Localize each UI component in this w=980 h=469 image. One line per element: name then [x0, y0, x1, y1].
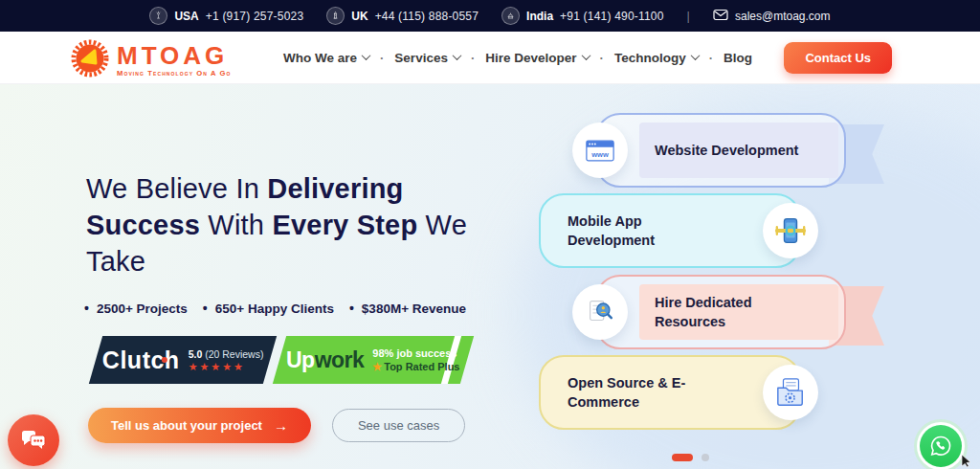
stat-label: 650+ Happy Clients	[215, 302, 334, 316]
phone-number: +1 (917) 257-5023	[206, 10, 303, 23]
nav-item-technology[interactable]: Technology	[614, 51, 699, 65]
stat-label: $380M+ Revenue	[362, 302, 466, 316]
chat-bubbles-icon	[20, 428, 47, 453]
nav-item-label: Who We are	[283, 51, 357, 65]
phone-number: +44 (115) 888-0557	[375, 10, 479, 23]
country-label: UK	[351, 10, 368, 23]
phone-uk[interactable]: UK +44 (115) 888-0557	[326, 7, 479, 25]
stat-happy-clients: • 650+ Happy Clients	[203, 301, 334, 316]
heading-bold: Every Step	[272, 210, 417, 240]
service-card-website-development[interactable]: www Website Development	[595, 113, 846, 188]
sunburst-logo-icon	[69, 37, 111, 83]
topbar-divider: |	[687, 9, 690, 23]
service-card-hire-dedicated-resources[interactable]: Hire Dedicated Resources	[595, 275, 846, 349]
clutch-stars: ★★★★★	[188, 360, 263, 372]
nav-separator: ·	[709, 51, 713, 65]
nav-separator: ·	[380, 51, 384, 65]
clutch-rating: 5.0 (20 Reviews)	[188, 347, 263, 360]
service-label: Hire Dedicated Resources	[655, 293, 813, 331]
nav-separator: ·	[600, 51, 604, 65]
bullet: •	[203, 301, 208, 316]
chevron-down-icon	[362, 51, 371, 60]
card-label-panel: Website Development	[639, 123, 838, 178]
service-label: Website Development	[655, 141, 813, 160]
bullet: •	[349, 301, 354, 316]
uk-icon	[326, 7, 345, 25]
tell-us-about-project-button[interactable]: Tell us about your project →	[88, 408, 311, 443]
carousel-dot-inactive[interactable]	[702, 454, 709, 461]
whatsapp-button[interactable]	[914, 419, 968, 469]
chevron-down-icon	[690, 51, 700, 60]
nav-item-blog[interactable]: Blog	[724, 51, 752, 65]
folder-gear-icon	[763, 365, 818, 420]
heading-normal: We Believe In	[86, 173, 267, 204]
upwork-top-rated: ★Top Rated Plus	[373, 360, 460, 373]
stats-row: • 2500+ Projects • 650+ Happy Clients • …	[84, 301, 466, 316]
chevron-down-icon	[452, 51, 461, 60]
hero-section: We Believe In Delivering Success With Ev…	[0, 84, 980, 469]
india-icon	[501, 7, 520, 25]
svg-text:www: www	[590, 149, 609, 158]
whatsapp-icon	[920, 425, 962, 467]
service-label: Mobile App Development	[568, 212, 725, 250]
email-text: sales@mtoag.com	[735, 10, 831, 23]
phone-number: +91 (141) 490-1100	[560, 10, 663, 23]
arrow-right-icon: →	[274, 417, 288, 434]
badges-row: Clutch 5.0 (20 Reviews) ★★★★★ Upwork 98%…	[96, 336, 467, 384]
card-label-panel: Hire Dedicated Resources	[639, 284, 838, 340]
country-label: USA	[174, 10, 198, 23]
search-document-icon	[572, 284, 628, 340]
stat-projects: • 2500+ Projects	[84, 301, 188, 316]
nav-item-label: Services	[394, 51, 448, 65]
heading-normal: With	[200, 210, 272, 240]
nav-item-hire-developer[interactable]: Hire Developer	[485, 51, 589, 65]
chevron-down-icon	[581, 51, 590, 60]
star-icon: ★	[373, 361, 383, 372]
live-chat-button[interactable]	[8, 414, 59, 466]
nav-item-label: Hire Developer	[485, 51, 576, 65]
mouse-cursor	[961, 454, 971, 469]
mtoag-logo[interactable]: MTOAG Moving Technology On A Go	[69, 37, 231, 83]
clutch-badge[interactable]: Clutch 5.0 (20 Reviews) ★★★★★	[89, 336, 277, 384]
upwork-badge[interactable]: Upwork 98% job success ★Top Rated Plus	[273, 336, 474, 384]
cta-primary-label: Tell us about your project	[111, 418, 262, 433]
clutch-reviews: (20 Reviews)	[205, 347, 263, 359]
bullet: •	[84, 301, 89, 316]
logo-tagline: Moving Technology On A Go	[117, 69, 231, 78]
navbar: MTOAG Moving Technology On A Go Who We a…	[0, 32, 980, 84]
phone-india[interactable]: India +91 (141) 490-1100	[501, 7, 663, 25]
nav-item-label: Blog	[724, 51, 752, 65]
carousel-dot-active[interactable]	[672, 454, 693, 461]
stat-revenue: • $380M+ Revenue	[349, 301, 466, 316]
upwork-logo: Upwork	[286, 347, 364, 373]
topbar: USA +1 (917) 257-5023 UK +44 (115) 888-0…	[0, 0, 980, 32]
cta-row: Tell us about your project → See use cas…	[88, 408, 465, 443]
service-card-mobile-app-development[interactable]: Mobile App Development	[539, 193, 801, 268]
browser-www-icon: www	[572, 123, 628, 178]
service-label: Open Source & E- Commerce	[568, 373, 725, 412]
nav-item-who-we-are[interactable]: Who We are	[283, 51, 369, 65]
usa-icon	[149, 7, 167, 25]
see-use-cases-button[interactable]: See use cases	[332, 409, 465, 442]
service-card-open-source-ecommerce[interactable]: Open Source & E- Commerce	[539, 355, 801, 430]
phone-usa[interactable]: USA +1 (917) 257-5023	[149, 7, 303, 25]
upwork-job-success: 98% job success	[373, 346, 460, 360]
nav-item-label: Technology	[614, 51, 686, 65]
clutch-logo-dot	[161, 357, 167, 363]
logo-wordmark: MTOAG	[117, 43, 231, 68]
nav-separator: ·	[471, 51, 475, 65]
hero-heading: We Believe In Delivering Success With Ev…	[86, 170, 498, 279]
stat-label: 2500+ Projects	[97, 302, 188, 316]
country-label: India	[526, 10, 553, 23]
clutch-logo: Clutch	[102, 346, 180, 374]
nav-menu: Who We are · Services · Hire Developer ·…	[283, 32, 752, 84]
contact-us-button[interactable]: Contact Us	[784, 42, 892, 74]
carousel-dots	[672, 454, 709, 461]
email-link[interactable]: sales@mtoag.com	[713, 9, 831, 24]
phone-wrench-icon	[763, 203, 818, 258]
nav-item-services[interactable]: Services	[394, 51, 460, 65]
mail-icon	[713, 9, 728, 24]
